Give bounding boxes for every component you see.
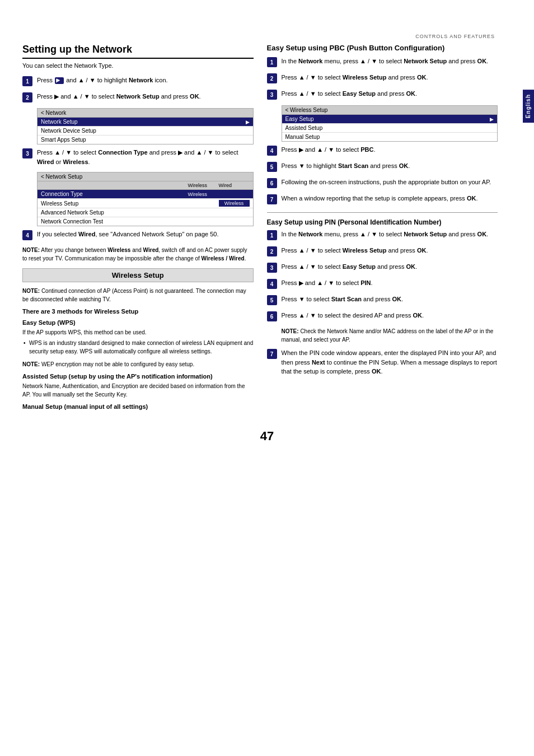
wps-bullet: WPS is an industry standard designed to … xyxy=(22,339,254,356)
pin-step-2: 2 Press ▲ / ▼ to select Wireless Setup a… xyxy=(267,246,498,256)
pbc-step-7: 7 When a window reporting that the setup… xyxy=(267,194,498,204)
pin-step-5-text: Press ▼ to select Start Scan and press O… xyxy=(282,295,404,304)
assisted-setup-title: Assisted Setup (setup by using the AP's … xyxy=(22,373,254,380)
right-column: Easy Setup using PBC (Push Button Config… xyxy=(267,44,498,412)
ws-menu-row-3: Manual Setup xyxy=(282,133,498,141)
ws-menu-row-2: Assisted Setup xyxy=(282,124,498,133)
easy-setup-wps-title: Easy Setup (WPS) xyxy=(22,319,254,326)
pbc-step-1: 1 In the Network menu, press ▲ / ▼ to se… xyxy=(267,57,498,67)
section-title: Setting up the Network xyxy=(22,44,254,59)
pbc-step-1-number: 1 xyxy=(267,57,277,67)
pin-step-1-text: In the Network menu, press ▲ / ▼ to sele… xyxy=(282,230,489,239)
pbc-step-4-text: Press ▶ and ▲ / ▼ to select PBC. xyxy=(282,145,376,155)
step-4: 4 If you selected Wired, see "Advanced N… xyxy=(22,230,254,240)
pin-step-5-number: 5 xyxy=(267,295,277,305)
pbc-step-5-number: 5 xyxy=(267,162,277,172)
section-subtitle: You can select the Network Type. xyxy=(22,62,254,69)
pin-note: NOTE: Check the Network Name and/or MAC … xyxy=(282,327,498,344)
controls-header: CONTROLS AND FEATURES xyxy=(22,34,512,39)
pbc-step-6-number: 6 xyxy=(267,178,277,188)
wireless-setup-box: Wireless Setup xyxy=(22,268,254,282)
menu-col-row-1: Connection Type Wireless xyxy=(38,190,253,199)
pin-step-6-text: Press ▲ / ▼ to select the desired AP and… xyxy=(282,311,424,320)
pin-step-3-text: Press ▲ / ▼ to select Easy Setup and pre… xyxy=(282,262,418,272)
pbc-step-2: 2 Press ▲ / ▼ to select Wireless Setup a… xyxy=(267,73,498,83)
step-1: 1 Press ⯈ and ▲ / ▼ to highlight Network… xyxy=(22,76,254,86)
note-1: NOTE: After you change between Wireless … xyxy=(22,246,254,263)
step-2: 2 Press ▶ and ▲ / ▼ to select Network Se… xyxy=(22,92,254,102)
pbc-step-3-number: 3 xyxy=(267,90,277,100)
network-setup-menu-header: < Network Setup xyxy=(38,172,253,181)
pin-step-4-text: Press ▶ and ▲ / ▼ to select PIN. xyxy=(282,278,373,288)
pin-step-5: 5 Press ▼ to select Start Scan and press… xyxy=(267,295,498,305)
wireless-methods-title: There are 3 methods for Wireless Setup xyxy=(22,308,254,315)
step-2-number: 2 xyxy=(22,92,32,102)
pbc-step-7-text: When a window reporting that the setup i… xyxy=(282,194,478,203)
page-container: English CONTROLS AND FEATURES Setting up… xyxy=(0,0,534,756)
pin-step-2-number: 2 xyxy=(267,246,277,256)
pbc-step-4-number: 4 xyxy=(267,146,277,156)
wireless-setup-menu-header: < Wireless Setup xyxy=(282,106,498,115)
pbc-step-5-text: Press ▼ to highlight Start Scan and pres… xyxy=(282,161,410,171)
assisted-setup-text: Network Name, Authentication, and Encryp… xyxy=(22,382,254,399)
step-1-text: Press ⯈ and ▲ / ▼ to highlight Network i… xyxy=(37,76,168,85)
step-2-text: Press ▶ and ▲ / ▼ to select Network Setu… xyxy=(37,92,201,101)
pin-title: Easy Setup using PIN (Personal Identific… xyxy=(267,218,498,226)
pin-step-3: 3 Press ▲ / ▼ to select Easy Setup and p… xyxy=(267,262,498,273)
page-number: 47 xyxy=(22,429,512,444)
english-tab: English xyxy=(523,90,534,123)
network-menu: < Network Network Setup Network Device S… xyxy=(37,108,254,144)
network-menu-header: < Network xyxy=(38,109,253,118)
pbc-step-6: 6 Following the on-screen instructions, … xyxy=(267,178,498,188)
pin-step-4: 4 Press ▶ and ▲ / ▼ to select PIN. xyxy=(267,278,498,289)
pbc-step-2-number: 2 xyxy=(267,73,277,83)
divider xyxy=(267,212,498,213)
pin-step-1-number: 1 xyxy=(267,230,277,240)
network-setup-menu: < Network Setup Wireless Wired Connectio… xyxy=(37,172,254,226)
pin-step-3-number: 3 xyxy=(267,263,277,273)
pin-step-1: 1 In the Network menu, press ▲ / ▼ to se… xyxy=(267,230,498,240)
menu-col-row-header: Wireless Wired xyxy=(38,181,253,190)
note-3: NOTE: WEP encryption may not be able to … xyxy=(22,360,254,368)
network-menu-row-1: Network Setup xyxy=(38,118,253,127)
network-menu-row-2: Network Device Setup xyxy=(38,127,253,136)
network-menu-row-3: Smart Apps Setup xyxy=(38,136,253,144)
pbc-step-5: 5 Press ▼ to highlight Start Scan and pr… xyxy=(267,161,498,172)
menu-col-row-3: Advanced Network Setup xyxy=(38,208,253,217)
menu-col-row-2: Wireless Setup Wireless xyxy=(38,199,253,208)
step-4-text: If you selected Wired, see "Advanced Net… xyxy=(37,230,218,239)
pin-step-4-number: 4 xyxy=(267,279,277,289)
pin-step-6: 6 Press ▲ / ▼ to select the desired AP a… xyxy=(267,311,498,321)
step-1-number: 1 xyxy=(22,76,32,86)
pbc-step-2-text: Press ▲ / ▼ to select Wireless Setup and… xyxy=(282,73,428,82)
pbc-step-3-text: Press ▲ / ▼ to select Easy Setup and pre… xyxy=(282,89,418,99)
pin-step-6-number: 6 xyxy=(267,311,277,321)
pin-step-2-text: Press ▲ / ▼ to select Wireless Setup and… xyxy=(282,246,428,255)
menu-col-row-4: Network Connection Test xyxy=(38,217,253,226)
pbc-step-7-number: 7 xyxy=(267,194,277,204)
manual-setup-title: Manual Setup (manual input of all settin… xyxy=(22,403,254,410)
step-3-text: Press ▲ / ▼ to select Connection Type an… xyxy=(37,148,254,166)
step-3: 3 Press ▲ / ▼ to select Connection Type … xyxy=(22,148,254,166)
note-2: NOTE: Continued connection of AP (Access… xyxy=(22,287,254,304)
pbc-step-1-text: In the Network menu, press ▲ / ▼ to sele… xyxy=(282,57,489,66)
pbc-step-6-text: Following the on-screen instructions, pu… xyxy=(282,178,491,187)
step-3-number: 3 xyxy=(22,148,32,158)
main-content: Setting up the Network You can select th… xyxy=(22,44,512,412)
pin-step-7: 7 When the PIN code window appears, ente… xyxy=(267,348,498,376)
ws-menu-row-1: Easy Setup xyxy=(282,115,498,124)
pbc-step-4: 4 Press ▶ and ▲ / ▼ to select PBC. xyxy=(267,145,498,156)
easy-setup-wps-text: If the AP supports WPS, this method can … xyxy=(22,328,254,337)
pbc-title: Easy Setup using PBC (Push Button Config… xyxy=(267,44,498,52)
pin-step-7-number: 7 xyxy=(267,349,277,359)
wireless-setup-menu: < Wireless Setup Easy Setup Assisted Set… xyxy=(282,105,498,142)
pin-step-7-text: When the PIN code window appears, enter … xyxy=(282,348,498,376)
pbc-step-3: 3 Press ▲ / ▼ to select Easy Setup and p… xyxy=(267,89,498,100)
left-column: Setting up the Network You can select th… xyxy=(22,44,254,412)
step-4-number: 4 xyxy=(22,230,32,240)
